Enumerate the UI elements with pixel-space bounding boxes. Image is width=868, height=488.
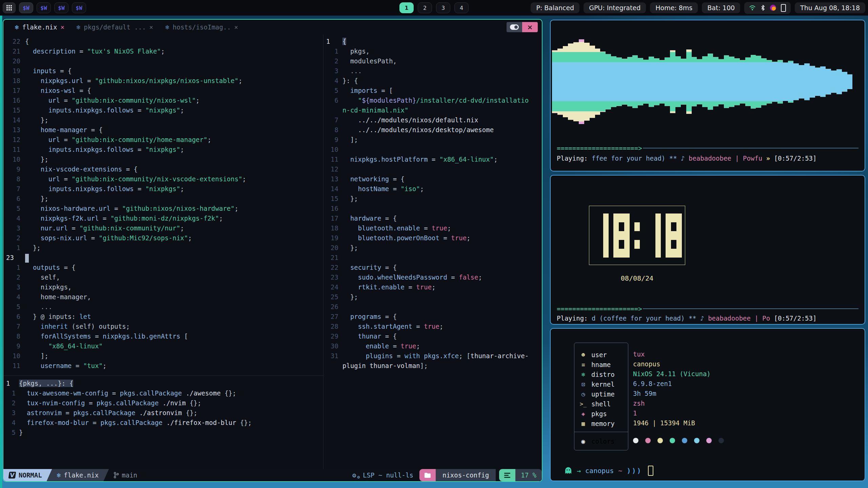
workspace-button-1[interactable]: $W [19, 2, 33, 13]
code-line[interactable]: 1 pkgs, [323, 46, 542, 56]
code-line[interactable]: 6 "${modulesPath}/installer/cd-dvd/insta… [323, 96, 542, 105]
code-line[interactable]: 20 [3, 56, 323, 66]
code-line[interactable]: 2 self, [3, 272, 323, 282]
close-icon[interactable]: × [149, 23, 153, 31]
close-icon[interactable]: × [60, 23, 64, 31]
code-line[interactable]: 20 }; [323, 243, 542, 253]
code-line[interactable]: 28 ssh.startAgent = true; [323, 322, 542, 331]
code-line[interactable]: 17 hardware = { [323, 214, 542, 223]
code-line[interactable]: plugin thunar-volman]; [323, 361, 542, 371]
code-line[interactable]: 19 bluetooth.powerOnBoot = true; [323, 233, 542, 243]
code-line[interactable]: 21 description = "tux's NixOS Flake"; [3, 46, 323, 56]
code-line[interactable]: 16 url = "github:nix-community/nixos-wsl… [3, 96, 323, 105]
code-line[interactable]: 5 nixos-hardware.url = "github:nixos/nix… [3, 204, 323, 214]
tag-4[interactable]: 4 [454, 2, 469, 13]
code-line[interactable]: 15 }; [323, 194, 542, 204]
close-icon[interactable]: × [234, 23, 238, 31]
code-line[interactable]: 5 imports = [ [323, 86, 542, 96]
code-line[interactable]: 27 programs = { [323, 312, 542, 322]
workspace-button-4[interactable]: $W [72, 2, 86, 13]
code-line[interactable]: 11 username = "tux"; [3, 361, 323, 371]
code-line[interactable]: 22 security = { [323, 263, 542, 272]
code-line[interactable]: 9 "x86_64-linux" [3, 341, 323, 351]
code-line[interactable]: 18 nixpkgs.url = "github:nixos/nixpkgs/n… [3, 76, 323, 86]
code-line[interactable]: 26 [323, 302, 542, 312]
code-line[interactable]: 6 }; [3, 194, 323, 204]
code-line[interactable]: 22{ [3, 37, 323, 46]
code-line[interactable]: 8 ../../modules/nixos/desktop/awesome [323, 125, 542, 135]
tag-1[interactable]: 1 [399, 2, 414, 13]
code-pane-right[interactable]: 1{1 pkgs,2 modulesPath,3 ...4}: {5 impor… [323, 35, 542, 469]
code-line[interactable]: 2 modulesPath, [323, 56, 542, 66]
code-line[interactable]: 30 enable = true; [323, 341, 542, 351]
code-line[interactable]: 3 ... [323, 66, 542, 76]
bluetooth-icon[interactable] [761, 5, 765, 11]
code-line[interactable]: 11 nixpkgs.hostPlatform = "x86_64-linux"… [323, 155, 542, 164]
tag-2[interactable]: 2 [418, 2, 432, 13]
shell-prompt[interactable]: → canopus ~ ))) [564, 466, 653, 476]
line-number: 15 [323, 194, 342, 204]
workspace-button-3[interactable]: $W [54, 2, 68, 13]
code-line[interactable]: n-cd-minimal.nix" [323, 105, 542, 115]
code-line[interactable]: 4 home-manager, [3, 292, 323, 302]
media-icon[interactable] [770, 5, 776, 11]
code-line[interactable]: 3 nixpkgs, [3, 282, 323, 292]
code-line[interactable]: 13 networking = { [323, 174, 542, 184]
code-line[interactable]: 16 [323, 204, 542, 214]
launcher-button[interactable] [3, 2, 16, 13]
tab-flake-nix[interactable]: ❄ flake.nix × [15, 23, 64, 31]
tab-hosts-isoimage[interactable]: ❄ hosts/isoImag.. × [165, 23, 238, 31]
code-line[interactable]: 10 [323, 145, 542, 155]
workspace-button-2[interactable]: $W [37, 2, 51, 13]
code-line[interactable]: 1{pkgs, ...}: { [3, 379, 323, 388]
code-line[interactable]: 13 home-manager = { [3, 125, 323, 135]
code-line[interactable]: 5} [3, 428, 323, 438]
titlebar-toggle-button[interactable] [507, 22, 522, 32]
code-line[interactable]: 12 [323, 164, 542, 174]
code-line[interactable]: 9 ]; [323, 135, 542, 145]
code-line[interactable]: 1 }; [3, 243, 323, 253]
code-line[interactable]: 31 plugins = with pkgs.xfce; [thunar-arc… [323, 351, 542, 361]
code-line[interactable]: 18 bluetooth.enable = true; [323, 223, 542, 233]
code-line[interactable]: 29 thunar = { [323, 331, 542, 341]
titlebar-close-button[interactable]: × [522, 22, 538, 32]
code-line[interactable]: 17 nixos-wsl = { [3, 86, 323, 96]
code-line[interactable]: 10 ]; [3, 351, 323, 361]
code-line[interactable]: 7 ../../modules/nixos/default.nix [323, 115, 542, 125]
code-line[interactable]: 4}: { [323, 76, 542, 86]
code-line[interactable]: 3 nur.url = "github:nix-community/nur"; [3, 223, 323, 233]
tab-pkgs-default[interactable]: ❄ pkgs/default ... × [77, 23, 153, 31]
code-line[interactable]: 7 inputs.nixpkgs.follows = "nixpkgs"; [3, 184, 323, 194]
code-line[interactable]: 5 ... [3, 302, 323, 312]
code-line[interactable]: 4 nixpkgs-f2k.url = "github:moni-dz/nixp… [3, 214, 323, 223]
code-line[interactable]: 4 firefox-mod-blur = pkgs.callPackage ./… [3, 418, 323, 428]
code-line[interactable]: 23 sudo.wheelNeedsPassword = false; [323, 272, 542, 282]
code-line[interactable]: 15 inputs.nixpkgs.follows = "nixpkgs"; [3, 105, 323, 115]
code-line[interactable]: 12 url = "github:nix-community/home-mana… [3, 135, 323, 145]
code-line[interactable]: 8 forAllSystems = nixpkgs.lib.genAttrs [ [3, 331, 323, 341]
code-line[interactable]: 1{ [323, 37, 542, 46]
code-line[interactable]: 14 hostName = "iso"; [323, 184, 542, 194]
code-line[interactable]: 9 nix-vscode-extensions = { [3, 164, 323, 174]
code-line[interactable]: 23 [3, 253, 323, 263]
code-line[interactable]: 24 rtkit.enable = true; [323, 282, 542, 292]
code-pane-bottom[interactable]: 1{pkgs, ...}: {1 tux-awesome-wm-config =… [3, 376, 323, 469]
code-line[interactable]: 3 astronvim = pkgs.callPackage ./astronv… [3, 408, 323, 418]
code-line[interactable]: 25 }; [323, 292, 542, 302]
code-line[interactable]: 7 inherit (self) outputs; [3, 322, 323, 331]
tag-3[interactable]: 3 [436, 2, 450, 13]
code-line[interactable]: 14 }; [3, 115, 323, 125]
code-line[interactable]: 19 inputs = { [3, 66, 323, 76]
code-pane-left[interactable]: 22{21 description = "tux's NixOS Flake";… [3, 35, 323, 375]
wifi-icon[interactable] [749, 5, 756, 11]
code-line[interactable]: 2 tux-nvim-config = pkgs.callPackage ./n… [3, 398, 323, 408]
code-line[interactable]: 2 sops-nix.url = "github:Mic92/sops-nix"… [3, 233, 323, 243]
code-line[interactable]: 8 url = "github:nix-community/nix-vscode… [3, 174, 323, 184]
code-line[interactable]: 11 inputs.nixpkgs.follows = "nixpkgs"; [3, 145, 323, 155]
code-line[interactable]: 10 }; [3, 155, 323, 164]
phone-icon[interactable] [781, 4, 786, 12]
code-line[interactable]: 1 outputs = { [3, 263, 323, 272]
code-line[interactable]: 21 [323, 253, 542, 263]
code-line[interactable]: 1 tux-awesome-wm-config = pkgs.callPacka… [3, 388, 323, 398]
code-line[interactable]: 6 } @ inputs: let [3, 312, 323, 322]
